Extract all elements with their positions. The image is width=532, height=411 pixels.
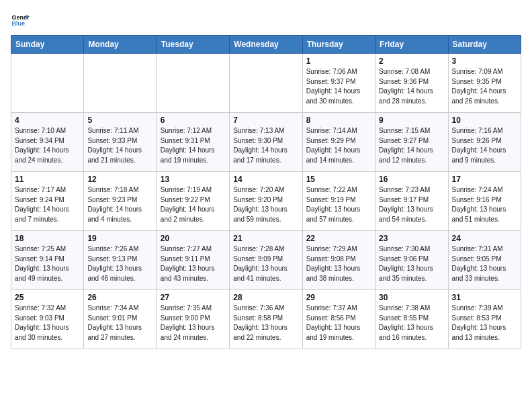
logo-icon: General Blue	[11, 11, 30, 30]
calendar-cell: 30Sunrise: 7:38 AMSunset: 8:55 PMDayligh…	[375, 290, 448, 349]
calendar-cell: 18Sunrise: 7:25 AMSunset: 9:14 PMDayligh…	[11, 231, 84, 290]
calendar-cell	[230, 54, 302, 113]
day-number: 18	[15, 234, 80, 243]
day-info: Sunrise: 7:15 AMSunset: 9:27 PMDaylight:…	[379, 126, 444, 165]
day-info: Sunrise: 7:06 AMSunset: 9:37 PMDaylight:…	[306, 67, 371, 106]
day-number: 4	[15, 116, 80, 125]
day-info: Sunrise: 7:13 AMSunset: 9:30 PMDaylight:…	[233, 126, 298, 165]
day-number: 23	[379, 234, 444, 243]
calendar-cell: 15Sunrise: 7:22 AMSunset: 9:19 PMDayligh…	[302, 172, 375, 231]
calendar-cell: 17Sunrise: 7:24 AMSunset: 9:16 PMDayligh…	[448, 172, 521, 231]
calendar-table: SundayMondayTuesdayWednesdayThursdayFrid…	[11, 35, 521, 349]
day-info: Sunrise: 7:29 AMSunset: 9:08 PMDaylight:…	[306, 244, 371, 283]
day-info: Sunrise: 7:10 AMSunset: 9:34 PMDaylight:…	[15, 126, 80, 165]
calendar-cell	[11, 54, 84, 113]
day-info: Sunrise: 7:26 AMSunset: 9:13 PMDaylight:…	[87, 244, 152, 283]
day-number: 25	[15, 293, 80, 302]
day-number: 6	[161, 116, 226, 125]
calendar-cell: 10Sunrise: 7:16 AMSunset: 9:26 PMDayligh…	[448, 113, 521, 172]
day-number: 31	[452, 293, 517, 302]
day-info: Sunrise: 7:08 AMSunset: 9:36 PMDaylight:…	[379, 67, 444, 106]
calendar-cell: 19Sunrise: 7:26 AMSunset: 9:13 PMDayligh…	[84, 231, 157, 290]
day-info: Sunrise: 7:11 AMSunset: 9:33 PMDaylight:…	[87, 126, 152, 165]
col-header-sunday: Sunday	[11, 36, 84, 54]
calendar-cell: 9Sunrise: 7:15 AMSunset: 9:27 PMDaylight…	[375, 113, 448, 172]
day-info: Sunrise: 7:30 AMSunset: 9:06 PMDaylight:…	[379, 244, 444, 283]
week-row-2: 4Sunrise: 7:10 AMSunset: 9:34 PMDaylight…	[11, 113, 521, 172]
day-number: 2	[379, 56, 444, 66]
calendar-cell	[84, 54, 157, 113]
day-info: Sunrise: 7:31 AMSunset: 9:05 PMDaylight:…	[452, 244, 517, 283]
day-info: Sunrise: 7:27 AMSunset: 9:11 PMDaylight:…	[161, 244, 226, 283]
calendar-cell: 12Sunrise: 7:18 AMSunset: 9:23 PMDayligh…	[84, 172, 157, 231]
logo: General Blue	[11, 11, 32, 30]
day-info: Sunrise: 7:36 AMSunset: 8:58 PMDaylight:…	[233, 304, 298, 342]
day-info: Sunrise: 7:37 AMSunset: 8:56 PMDaylight:…	[306, 304, 371, 342]
week-row-5: 25Sunrise: 7:32 AMSunset: 9:03 PMDayligh…	[11, 290, 521, 349]
calendar-cell: 22Sunrise: 7:29 AMSunset: 9:08 PMDayligh…	[302, 231, 375, 290]
day-info: Sunrise: 7:18 AMSunset: 9:23 PMDaylight:…	[87, 185, 152, 224]
day-info: Sunrise: 7:09 AMSunset: 9:35 PMDaylight:…	[452, 67, 517, 106]
day-info: Sunrise: 7:14 AMSunset: 9:29 PMDaylight:…	[306, 126, 371, 165]
calendar-cell: 2Sunrise: 7:08 AMSunset: 9:36 PMDaylight…	[375, 54, 448, 113]
day-info: Sunrise: 7:16 AMSunset: 9:26 PMDaylight:…	[452, 126, 517, 165]
calendar-cell: 24Sunrise: 7:31 AMSunset: 9:05 PMDayligh…	[448, 231, 521, 290]
page-header: General Blue	[11, 11, 521, 30]
col-header-tuesday: Tuesday	[157, 36, 229, 54]
calendar-cell: 31Sunrise: 7:39 AMSunset: 8:53 PMDayligh…	[448, 290, 521, 349]
day-number: 9	[379, 116, 444, 125]
day-number: 26	[87, 293, 152, 302]
calendar-cell: 27Sunrise: 7:35 AMSunset: 9:00 PMDayligh…	[157, 290, 229, 349]
calendar-cell: 6Sunrise: 7:12 AMSunset: 9:31 PMDaylight…	[157, 113, 229, 172]
day-info: Sunrise: 7:34 AMSunset: 9:01 PMDaylight:…	[87, 304, 152, 342]
day-info: Sunrise: 7:35 AMSunset: 9:00 PMDaylight:…	[161, 304, 226, 342]
day-number: 28	[233, 293, 298, 302]
day-number: 16	[379, 175, 444, 184]
day-number: 1	[306, 56, 371, 66]
day-number: 19	[87, 234, 152, 243]
day-info: Sunrise: 7:19 AMSunset: 9:22 PMDaylight:…	[161, 185, 226, 224]
calendar-cell: 16Sunrise: 7:23 AMSunset: 9:17 PMDayligh…	[375, 172, 448, 231]
day-info: Sunrise: 7:20 AMSunset: 9:20 PMDaylight:…	[233, 185, 298, 224]
col-header-saturday: Saturday	[448, 36, 521, 54]
day-info: Sunrise: 7:22 AMSunset: 9:19 PMDaylight:…	[306, 185, 371, 224]
col-header-monday: Monday	[84, 36, 157, 54]
calendar-cell: 5Sunrise: 7:11 AMSunset: 9:33 PMDaylight…	[84, 113, 157, 172]
calendar-cell: 25Sunrise: 7:32 AMSunset: 9:03 PMDayligh…	[11, 290, 84, 349]
day-info: Sunrise: 7:32 AMSunset: 9:03 PMDaylight:…	[15, 304, 80, 342]
day-info: Sunrise: 7:25 AMSunset: 9:14 PMDaylight:…	[15, 244, 80, 283]
calendar-cell	[157, 54, 229, 113]
day-number: 14	[233, 175, 298, 184]
calendar-cell: 3Sunrise: 7:09 AMSunset: 9:35 PMDaylight…	[448, 54, 521, 113]
day-info: Sunrise: 7:24 AMSunset: 9:16 PMDaylight:…	[452, 185, 517, 224]
day-info: Sunrise: 7:39 AMSunset: 8:53 PMDaylight:…	[452, 304, 517, 342]
day-number: 22	[306, 234, 371, 243]
day-number: 12	[87, 175, 152, 184]
day-info: Sunrise: 7:12 AMSunset: 9:31 PMDaylight:…	[161, 126, 226, 165]
calendar-cell: 28Sunrise: 7:36 AMSunset: 8:58 PMDayligh…	[230, 290, 302, 349]
day-number: 30	[379, 293, 444, 302]
day-info: Sunrise: 7:28 AMSunset: 9:09 PMDaylight:…	[233, 244, 298, 283]
day-number: 5	[87, 116, 152, 125]
day-number: 29	[306, 293, 371, 302]
calendar-cell: 13Sunrise: 7:19 AMSunset: 9:22 PMDayligh…	[157, 172, 229, 231]
day-number: 21	[233, 234, 298, 243]
day-info: Sunrise: 7:38 AMSunset: 8:55 PMDaylight:…	[379, 304, 444, 342]
calendar-cell: 8Sunrise: 7:14 AMSunset: 9:29 PMDaylight…	[302, 113, 375, 172]
calendar-cell: 14Sunrise: 7:20 AMSunset: 9:20 PMDayligh…	[230, 172, 302, 231]
calendar-cell: 11Sunrise: 7:17 AMSunset: 9:24 PMDayligh…	[11, 172, 84, 231]
week-row-1: 1Sunrise: 7:06 AMSunset: 9:37 PMDaylight…	[11, 54, 521, 113]
calendar-cell: 26Sunrise: 7:34 AMSunset: 9:01 PMDayligh…	[84, 290, 157, 349]
calendar-cell: 4Sunrise: 7:10 AMSunset: 9:34 PMDaylight…	[11, 113, 84, 172]
day-number: 15	[306, 175, 371, 184]
day-number: 17	[452, 175, 517, 184]
calendar-header-row: SundayMondayTuesdayWednesdayThursdayFrid…	[11, 36, 521, 54]
day-number: 8	[306, 116, 371, 125]
day-info: Sunrise: 7:17 AMSunset: 9:24 PMDaylight:…	[15, 185, 80, 224]
day-number: 24	[452, 234, 517, 243]
calendar-cell: 1Sunrise: 7:06 AMSunset: 9:37 PMDaylight…	[302, 54, 375, 113]
svg-text:Blue: Blue	[11, 20, 25, 27]
day-number: 27	[161, 293, 226, 302]
day-number: 3	[452, 56, 517, 66]
day-number: 20	[161, 234, 226, 243]
